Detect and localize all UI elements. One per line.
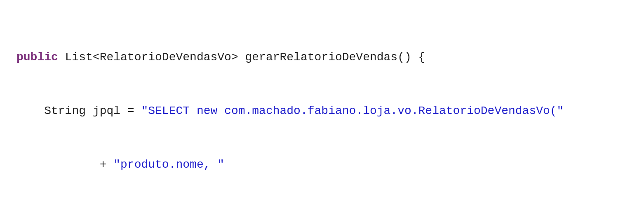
line3-pre: + — [16, 158, 113, 171]
keyword-public: public — [16, 51, 58, 64]
code-container: public List<RelatorioDeVendasVo> gerarRe… — [16, 12, 628, 209]
line1-rest: List<RelatorioDeVendasVo> gerarRelatorio… — [58, 51, 425, 64]
code-line-2: String jpql = "SELECT new com.machado.fa… — [16, 102, 628, 120]
line2-pre: String jpql = — [16, 104, 141, 117]
line2-string: "SELECT new com.machado.fabiano.loja.vo.… — [141, 104, 564, 117]
code-line-3: + "produto.nome, " — [16, 156, 628, 173]
code-line-1: public List<RelatorioDeVendasVo> gerarRe… — [16, 48, 628, 66]
line3-string: "produto.nome, " — [113, 158, 224, 171]
